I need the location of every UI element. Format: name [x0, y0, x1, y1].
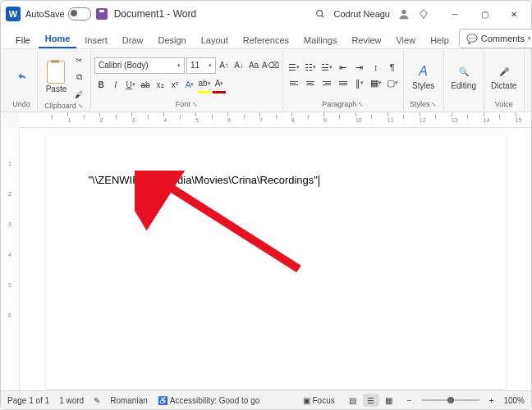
clipboard-launcher-icon[interactable]: ⤡ — [78, 102, 84, 110]
line-spacing-button[interactable]: ‖▾ — [352, 76, 367, 89]
decrease-indent-button[interactable]: ⇤ — [336, 61, 351, 74]
document-canvas[interactable]: "\\ZENWIFI-AX\Media\Movies\Crina\Recordi… — [20, 128, 531, 390]
comments-button[interactable]: 💬 Comments ▾ — [459, 29, 532, 48]
editing-button[interactable]: 🔍Editing — [447, 61, 479, 92]
tab-file[interactable]: File — [9, 32, 37, 48]
language-status[interactable]: Romanian — [110, 396, 148, 405]
tab-view[interactable]: View — [389, 32, 422, 48]
page[interactable]: "\\ZENWIFI-AX\Media\Movies\Crina\Recordi… — [46, 134, 506, 389]
strike-button[interactable]: ab — [139, 77, 152, 92]
grow-font-button[interactable]: A↑ — [218, 58, 231, 73]
increase-indent-button[interactable]: ⇥ — [352, 61, 367, 74]
font-color-button[interactable]: A▾ — [213, 76, 226, 93]
zoom-level[interactable]: 100% — [503, 396, 525, 405]
search-icon[interactable] — [314, 8, 326, 20]
web-layout-button[interactable]: ▦ — [381, 394, 397, 407]
change-case-button[interactable]: Aa — [247, 58, 260, 73]
print-layout-button[interactable]: ☰ — [363, 394, 379, 407]
toggle-off-icon[interactable] — [68, 7, 91, 20]
diamond-icon[interactable] — [418, 8, 429, 20]
svg-line-1 — [321, 16, 323, 18]
cut-button[interactable]: ✂ — [72, 52, 85, 67]
spellcheck-status[interactable]: ✎ — [94, 396, 100, 405]
tab-home[interactable]: Home — [39, 30, 77, 48]
read-mode-button[interactable]: ▤ — [345, 394, 361, 407]
word-app-icon: W — [6, 7, 21, 21]
vertical-ruler[interactable]: 123456 — [1, 128, 20, 390]
italic-button[interactable]: I — [109, 77, 122, 92]
tab-review[interactable]: Review — [345, 32, 388, 48]
align-center-button[interactable] — [303, 76, 318, 89]
numbering-button[interactable]: ☷▾ — [303, 61, 318, 74]
autosave-toggle[interactable]: AutoSave — [25, 7, 91, 20]
text-cursor — [319, 175, 319, 187]
user-name[interactable]: Codrut Neagu — [334, 9, 391, 19]
align-left-button[interactable] — [287, 76, 301, 89]
superscript-button[interactable]: x² — [168, 77, 181, 92]
show-marks-button[interactable]: ¶ — [385, 61, 400, 74]
paste-button[interactable]: Paste — [43, 59, 71, 95]
tab-help[interactable]: Help — [424, 32, 456, 48]
clear-format-button[interactable]: A⌫ — [262, 58, 279, 73]
comment-icon: 💬 — [466, 34, 478, 44]
bullets-button[interactable]: ☰▾ — [287, 61, 301, 74]
tab-draw[interactable]: Draw — [116, 32, 150, 48]
close-button[interactable]: ✕ — [500, 2, 528, 25]
title-bar: W AutoSave Document1 - Word Codrut Neagu… — [1, 1, 531, 27]
save-icon[interactable] — [96, 8, 108, 20]
svg-point-2 — [401, 10, 406, 14]
tab-design[interactable]: Design — [151, 32, 192, 48]
page-count[interactable]: Page 1 of 1 — [7, 396, 49, 405]
accessibility-status[interactable]: ♿Accessibility: Good to go — [158, 396, 260, 405]
text-effects-button[interactable]: A▾ — [183, 77, 196, 92]
focus-icon: ▣ — [303, 396, 310, 405]
status-bar: Page 1 of 1 1 word ✎ Romanian ♿Accessibi… — [1, 390, 531, 409]
tab-insert[interactable]: Insert — [78, 32, 114, 48]
justify-button[interactable] — [336, 76, 351, 89]
user-avatar-icon[interactable] — [398, 8, 410, 20]
font-name-select[interactable]: Calibri (Body)▾ — [94, 57, 185, 74]
zoom-slider[interactable] — [422, 399, 479, 401]
font-size-select[interactable]: 11▾ — [186, 57, 216, 74]
undo-icon — [14, 69, 29, 84]
word-count[interactable]: 1 word — [59, 396, 84, 405]
focus-mode-button[interactable]: ▣Focus — [303, 396, 335, 405]
paragraph-launcher-icon[interactable]: ⤡ — [358, 101, 364, 108]
copy-button[interactable]: ⧉ — [72, 70, 85, 84]
sort-button[interactable]: ↕ — [369, 61, 383, 74]
svg-point-0 — [316, 11, 322, 16]
horizontal-ruler[interactable]: 123456789101112131415 — [19, 112, 531, 128]
align-right-button[interactable] — [319, 76, 334, 89]
zoom-in-button[interactable]: + — [489, 396, 494, 405]
highlight-button[interactable]: ab▾ — [198, 76, 211, 93]
document-title: Document1 - Word — [114, 8, 197, 20]
font-launcher-icon[interactable]: ⤡ — [192, 101, 198, 108]
accessibility-icon: ♿ — [158, 396, 167, 405]
tab-mailings[interactable]: Mailings — [297, 32, 343, 48]
document-text[interactable]: "\\ZENWIFI-AX\Media\Movies\Crina\Recordi… — [89, 174, 318, 186]
format-painter-button[interactable]: 🖌 — [72, 87, 85, 102]
maximize-button[interactable]: ▢ — [470, 2, 498, 25]
chevron-down-icon: ▾ — [528, 35, 531, 42]
undo-button[interactable] — [11, 67, 32, 85]
tab-layout[interactable]: Layout — [195, 32, 235, 48]
borders-button[interactable]: ▢▾ — [385, 76, 400, 89]
minimize-button[interactable]: ─ — [441, 2, 469, 25]
underline-button[interactable]: U▾ — [124, 77, 137, 92]
ribbon-tabs: File Home Insert Draw Design Layout Refe… — [1, 27, 531, 48]
bold-button[interactable]: B — [94, 77, 108, 92]
paste-icon — [47, 61, 65, 84]
dictate-button[interactable]: 🎤Dictate — [488, 61, 520, 92]
zoom-out-button[interactable]: − — [407, 396, 412, 405]
styles-launcher-icon[interactable]: ⤡ — [431, 101, 437, 108]
find-icon: 🔍 — [455, 62, 473, 80]
styles-icon: A — [415, 62, 433, 80]
shrink-font-button[interactable]: A↓ — [232, 58, 245, 73]
ribbon: Undo Paste ✂ ⧉ 🖌 Clipboard⤡ Cali — [1, 48, 531, 112]
subscript-button[interactable]: x₂ — [154, 77, 167, 92]
styles-button[interactable]: AStyles — [409, 61, 438, 92]
mic-icon: 🎤 — [495, 62, 513, 80]
tab-references[interactable]: References — [236, 32, 296, 48]
multilevel-button[interactable]: ☱▾ — [319, 61, 334, 74]
shading-button[interactable]: ▦▾ — [369, 76, 383, 89]
